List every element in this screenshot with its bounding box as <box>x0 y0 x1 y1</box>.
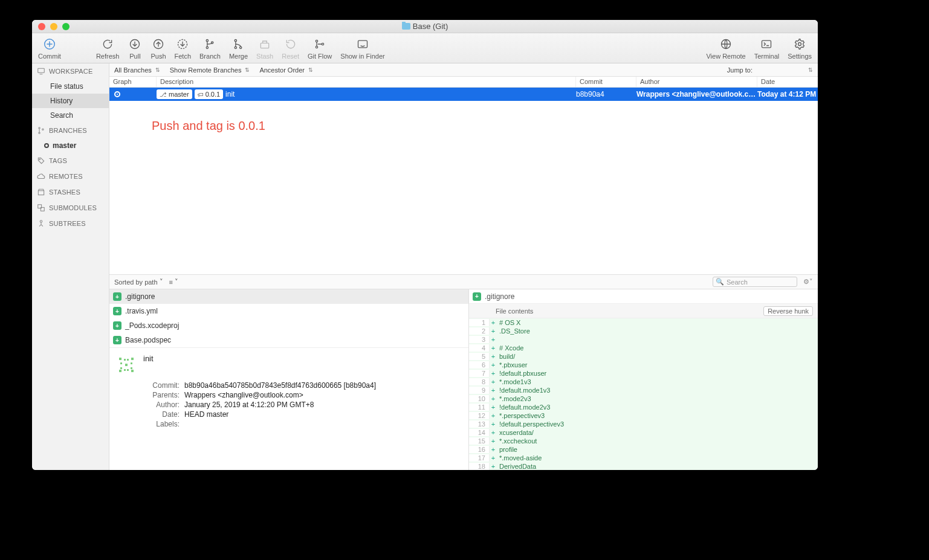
avatar <box>115 354 137 376</box>
merge-button[interactable]: Merge <box>229 37 248 60</box>
fetch-icon <box>175 37 190 51</box>
col-graph[interactable]: Graph <box>109 77 157 87</box>
diff-line[interactable]: 15+*.xccheckout <box>469 437 818 445</box>
stash-button[interactable]: Stash <box>256 37 273 60</box>
col-date[interactable]: Date <box>757 77 818 87</box>
remotes-section[interactable]: REMOTES <box>32 169 109 184</box>
diff-line[interactable]: 1+# OS X <box>469 318 818 327</box>
diff-file-header: + .gitignore <box>469 289 818 304</box>
diff-lines: 1+# OS X2+.DS_Store3+4+# Xcode5+build/6+… <box>469 318 818 470</box>
diff-line[interactable]: 9+!default.mode1v3 <box>469 386 818 394</box>
diff-line[interactable]: 17+*.moved-aside <box>469 454 818 462</box>
diff-hunk-header: File contents Reverse hunk <box>469 304 818 318</box>
commit-list-area: Push and tag is 0.0.1 <box>109 101 818 274</box>
file-row[interactable]: + .travis.yml <box>109 304 468 318</box>
show-remote-filter[interactable]: Show Remote Branches ⇅ <box>170 66 250 74</box>
diff-line[interactable]: 13+!default.perspectivev3 <box>469 420 818 428</box>
view-options-dropdown[interactable]: ≡ ˅ <box>169 278 178 286</box>
diff-line[interactable]: 2+.DS_Store <box>469 327 818 335</box>
refresh-button[interactable]: Refresh <box>96 37 120 60</box>
terminal-button[interactable]: Terminal <box>754 37 780 60</box>
chevron-updown-icon: ⇅ <box>808 67 813 73</box>
label-date: Date: <box>143 410 180 419</box>
commit-row[interactable]: ⎇master 🏷0.0.1 init b8b90a4 Wrappers <zh… <box>109 88 818 101</box>
all-branches-filter[interactable]: All Branches ⇅ <box>114 66 160 74</box>
diff-line[interactable]: 16+profile <box>469 445 818 454</box>
col-author[interactable]: Author <box>636 77 757 87</box>
chevron-updown-icon: ⇅ <box>155 67 160 73</box>
sidebar-branch-master[interactable]: master <box>32 138 109 153</box>
file-row[interactable]: + _Pods.xcodeproj <box>109 318 468 333</box>
branch-icon <box>37 126 45 135</box>
tags-section[interactable]: TAGS <box>32 153 109 169</box>
fetch-button[interactable]: Fetch <box>175 37 192 60</box>
show-finder-button[interactable]: Show in Finder <box>340 37 384 60</box>
branch-button[interactable]: Branch <box>199 37 221 60</box>
push-icon <box>151 37 166 51</box>
gitflow-button[interactable]: Git Flow <box>308 37 332 60</box>
view-remote-button[interactable]: View Remote <box>706 37 745 60</box>
search-icon: 🔍 <box>716 278 724 286</box>
svg-rect-43 <box>124 369 126 371</box>
branch-icon: ⎇ <box>160 91 167 98</box>
reverse-hunk-button[interactable]: Reverse hunk <box>763 306 813 316</box>
commit-button[interactable]: Commit <box>38 37 61 60</box>
diff-line[interactable]: 4+# Xcode <box>469 344 818 352</box>
settings-button[interactable]: Settings <box>788 37 812 60</box>
col-description[interactable]: Description <box>157 77 576 87</box>
subtrees-section[interactable]: SUBTREES <box>32 216 109 231</box>
file-name: .gitignore <box>125 292 155 301</box>
terminal-icon <box>759 37 774 51</box>
workspace-section[interactable]: WORKSPACE <box>32 63 109 79</box>
value-author: January 25, 2019 at 4:12:20 PM GMT+8 <box>184 401 462 409</box>
jump-to-filter[interactable]: Jump to: ⇅ <box>727 66 813 74</box>
sort-dropdown[interactable]: Sorted by path ˅ <box>114 278 163 286</box>
file-row[interactable]: + Base.podspec <box>109 333 468 347</box>
search-input[interactable]: 🔍 Search <box>713 277 797 287</box>
push-button[interactable]: Push <box>151 37 166 60</box>
sidebar-item-history[interactable]: History <box>32 94 109 108</box>
reset-button[interactable]: Reset <box>282 37 299 60</box>
gear-icon: ⚙ <box>803 278 809 285</box>
svg-point-27 <box>39 132 40 134</box>
svg-point-29 <box>39 159 40 160</box>
chevron-down-icon: ˅ <box>175 278 178 286</box>
svg-point-12 <box>235 39 237 41</box>
sidebar-item-file-status[interactable]: File status <box>32 79 109 94</box>
diff-line[interactable]: 3+ <box>469 335 818 344</box>
commit-table-header: Graph Description Commit Author Date <box>109 77 818 88</box>
diff-line[interactable]: 14+xcuserdata/ <box>469 428 818 437</box>
diff-line[interactable]: 6+*.pbxuser <box>469 361 818 369</box>
sidebar-item-search[interactable]: Search <box>32 108 109 123</box>
svg-rect-40 <box>125 364 128 366</box>
file-list: + .gitignore + .travis.yml + _Pods.xcode… <box>109 289 468 347</box>
commit-message: init <box>225 90 235 98</box>
stashes-section[interactable]: STASHES <box>32 184 109 200</box>
diff-line[interactable]: 18+DerivedData <box>469 462 818 470</box>
submodules-section[interactable]: SUBMODULES <box>32 200 109 216</box>
reset-icon <box>283 37 298 51</box>
commit-metadata: init Commit: b8b90a46ba540785b0d7843e5f8… <box>109 347 468 434</box>
detail-settings-button[interactable]: ⚙˅ <box>803 278 813 286</box>
svg-point-26 <box>39 127 40 129</box>
file-row[interactable]: + .gitignore <box>109 289 468 304</box>
diff-line[interactable]: 8+*.mode1v3 <box>469 378 818 386</box>
window-title-text: Base (Git) <box>413 22 448 31</box>
svg-point-13 <box>235 47 237 48</box>
file-name: Base.podspec <box>125 336 171 344</box>
subtree-icon <box>37 219 45 228</box>
pull-button[interactable]: Pull <box>128 37 142 60</box>
branches-section[interactable]: BRANCHES <box>32 123 109 138</box>
diff-line[interactable]: 7+!default.pbxuser <box>469 369 818 378</box>
ancestor-order-filter[interactable]: Ancestor Order ⇅ <box>259 66 313 74</box>
tag-badge: 🏷0.0.1 <box>195 89 223 99</box>
label-author: Author: <box>143 401 180 409</box>
diff-line[interactable]: 10+*.mode2v3 <box>469 394 818 403</box>
diff-line[interactable]: 12+*.perspectivev3 <box>469 411 818 420</box>
folder-icon <box>402 23 410 30</box>
search-placeholder: Search <box>727 278 748 286</box>
col-commit[interactable]: Commit <box>576 77 636 87</box>
file-name: .travis.yml <box>125 307 158 315</box>
diff-line[interactable]: 5+build/ <box>469 352 818 361</box>
diff-line[interactable]: 11+!default.mode2v3 <box>469 403 818 411</box>
